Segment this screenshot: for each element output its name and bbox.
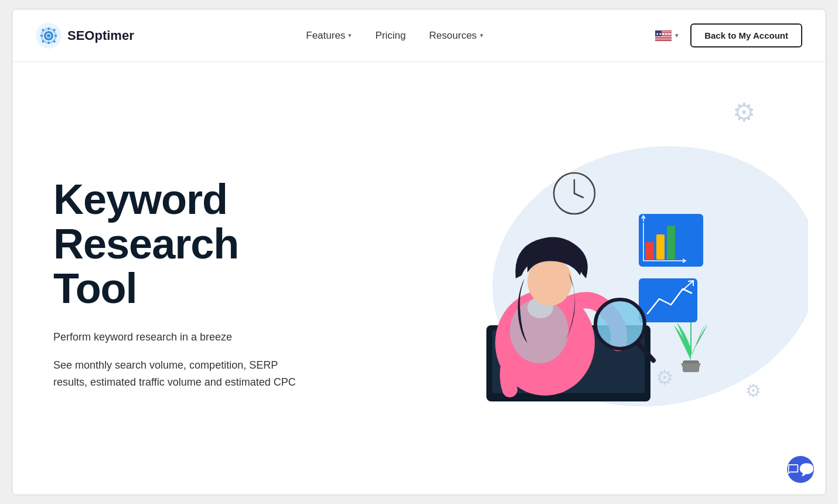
- nav-right: ★★★★★★ ▾ Back to My Account: [655, 23, 802, 47]
- svg-rect-20: [655, 38, 672, 39]
- svg-rect-33: [646, 242, 654, 260]
- back-to-account-button[interactable]: Back to My Account: [690, 23, 802, 47]
- features-chevron-icon: ▾: [348, 32, 352, 39]
- hero-title-line3: Tool: [53, 265, 137, 312]
- svg-rect-4: [40, 35, 43, 36]
- language-selector[interactable]: ★★★★★★ ▾: [655, 30, 679, 41]
- nav-resources[interactable]: Resources ▾: [429, 30, 483, 42]
- chat-support-button[interactable]: [787, 456, 814, 483]
- svg-rect-35: [667, 226, 675, 260]
- resources-chevron-icon: ▾: [480, 32, 483, 39]
- svg-rect-19: [655, 38, 672, 38]
- hero-subtitle: Perform keyword research in a breeze: [53, 329, 358, 345]
- language-chevron-icon: ▾: [675, 32, 679, 39]
- svg-rect-17: [655, 36, 672, 36]
- navbar: SEOptimer Features ▾ Pricing Resources ▾: [12, 9, 826, 62]
- svg-text:★★★★★★: ★★★★★★: [656, 32, 672, 36]
- svg-rect-2: [48, 28, 50, 30]
- svg-rect-18: [655, 37, 672, 38]
- svg-rect-22: [655, 40, 672, 40]
- svg-rect-21: [655, 39, 672, 40]
- nav-features[interactable]: Features ▾: [306, 30, 352, 42]
- hero-illustration: [410, 138, 738, 419]
- us-flag-icon: ★★★★★★: [655, 30, 672, 41]
- svg-point-1: [47, 34, 50, 38]
- hero-description: See monthly search volume, competition, …: [53, 357, 299, 391]
- svg-rect-5: [54, 35, 57, 36]
- svg-rect-34: [656, 234, 665, 260]
- hero-section: Keyword Research Tool Perform keyword re…: [12, 62, 826, 495]
- svg-rect-3: [48, 42, 50, 44]
- chat-icon: [787, 463, 799, 476]
- nav-pricing[interactable]: Pricing: [375, 30, 406, 42]
- hero-title: Keyword Research Tool: [53, 178, 358, 311]
- hero-title-line1: Keyword: [53, 176, 227, 223]
- hero-left: Keyword Research Tool Perform keyword re…: [53, 166, 358, 390]
- nav-links: Features ▾ Pricing Resources ▾: [306, 30, 483, 42]
- logo-text: SEOptimer: [67, 28, 134, 43]
- gear-decoration-3: ⚙: [745, 380, 761, 401]
- gear-decoration-1: ⚙: [733, 97, 755, 127]
- svg-line-28: [574, 193, 583, 197]
- browser-frame: SEOptimer Features ▾ Pricing Resources ▾: [12, 9, 826, 495]
- logo-area[interactable]: SEOptimer: [36, 23, 134, 49]
- logo-icon: [36, 23, 62, 49]
- hero-right: ⚙ ⚙ ⚙: [358, 62, 791, 495]
- hero-title-line2: Research: [53, 222, 239, 267]
